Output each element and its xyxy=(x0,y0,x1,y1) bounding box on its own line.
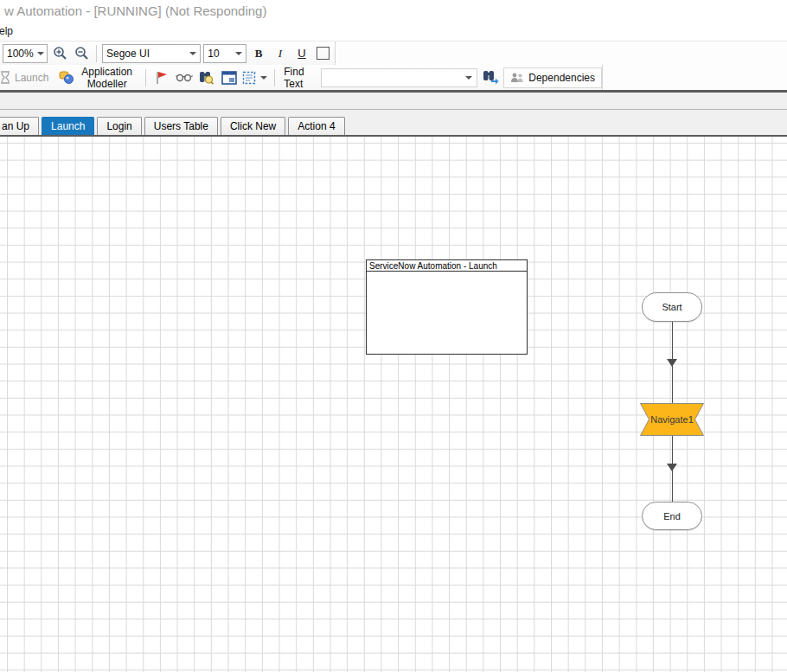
find-next-icon xyxy=(483,70,499,85)
menu-bar: elp xyxy=(0,21,787,41)
application-modeller-icon xyxy=(59,70,74,85)
zoom-in-icon xyxy=(53,46,67,61)
font-name-select[interactable]: Segoe UI xyxy=(102,44,201,63)
tab-label: Click New xyxy=(230,120,276,132)
node-start-label: Start xyxy=(662,302,681,312)
tools-toolbar: Launch Application Modeller xyxy=(0,65,787,90)
dependencies-label: Dependencies xyxy=(528,72,595,84)
dependencies-button[interactable]: Dependencies xyxy=(503,67,602,88)
tab-label: an Up xyxy=(2,120,29,132)
binoculars-search-icon xyxy=(199,70,214,85)
font-size-value: 10 xyxy=(208,48,219,60)
tab-login[interactable]: Login xyxy=(97,117,141,135)
toolbar-separator xyxy=(274,69,275,86)
glasses-icon xyxy=(176,72,193,83)
arrowhead-icon xyxy=(667,359,677,367)
underline-button[interactable]: U xyxy=(292,44,311,63)
tabstrip-band: an Up Launch Login Users Table Click New… xyxy=(0,110,787,137)
node-start[interactable]: Start xyxy=(642,292,702,322)
find-next-button[interactable] xyxy=(481,68,500,87)
zoom-level-value: 100% xyxy=(7,48,34,60)
zoom-in-button[interactable] xyxy=(50,44,69,63)
process-canvas[interactable]: ServiceNow Automation - Launch Start Nav… xyxy=(0,137,787,672)
arrowhead-icon xyxy=(667,464,677,471)
node-navigate1-label: Navigate1 xyxy=(640,403,704,436)
chevron-down-icon xyxy=(189,52,196,55)
element-search-button[interactable] xyxy=(197,68,216,87)
find-text-combobox[interactable] xyxy=(321,68,477,87)
tab-clean-up[interactable]: an Up xyxy=(0,117,39,135)
zoom-level-select[interactable]: 100% xyxy=(3,44,48,63)
italic-button[interactable]: I xyxy=(271,44,290,63)
chevron-down-icon xyxy=(260,76,267,80)
font-color-button[interactable] xyxy=(314,47,335,60)
format-toolbar-segment: 100% Segoe UI 10 B I U xyxy=(0,42,336,65)
flag-icon xyxy=(155,70,169,85)
font-size-select[interactable]: 10 xyxy=(203,44,246,63)
toolbar-separator xyxy=(145,69,146,86)
chevron-down-icon xyxy=(465,76,472,80)
tab-label: Login xyxy=(106,120,131,132)
tab-launch[interactable]: Launch xyxy=(42,117,94,135)
node-end-label: End xyxy=(663,511,681,522)
tab-click-new[interactable]: Click New xyxy=(221,117,285,135)
application-modeller-label: Application Modeller xyxy=(78,66,136,90)
tab-label: Users Table xyxy=(154,120,208,132)
tab-users-table[interactable]: Users Table xyxy=(144,117,218,135)
menu-help[interactable]: elp xyxy=(0,23,16,39)
bold-button[interactable]: B xyxy=(249,44,268,63)
format-toolbar: 100% Segoe UI 10 B I U xyxy=(0,41,787,65)
tab-action-4[interactable]: Action 4 xyxy=(288,117,344,135)
window-spy-button[interactable] xyxy=(220,68,239,87)
find-text-label: Find Text xyxy=(280,66,317,90)
chevron-down-icon xyxy=(37,52,44,55)
window-title: w Automation - [RUNNING] (Not Responding… xyxy=(4,3,266,18)
find-text-input[interactable] xyxy=(322,70,461,86)
region-mode-button[interactable] xyxy=(242,68,268,87)
zoom-out-button[interactable] xyxy=(72,44,91,63)
window-icon xyxy=(221,71,237,85)
upper-band xyxy=(0,93,787,110)
zoom-out-icon xyxy=(74,46,89,61)
chevron-down-icon xyxy=(235,52,242,55)
node-end[interactable]: End xyxy=(642,502,702,530)
breakpoint-button[interactable] xyxy=(152,68,171,87)
watch-button[interactable] xyxy=(175,68,194,87)
application-modeller-button[interactable]: Application Modeller xyxy=(55,67,139,88)
window-titlebar: w Automation - [RUNNING] (Not Responding… xyxy=(0,0,787,21)
launch-label: Launch xyxy=(15,72,48,84)
node-navigate1[interactable]: Navigate1 xyxy=(640,403,704,436)
process-info-title: ServiceNow Automation - Launch xyxy=(367,260,527,272)
people-icon xyxy=(510,72,524,84)
toolbar-separator xyxy=(96,45,97,62)
hourglass-icon xyxy=(0,71,11,84)
page-tabstrip: an Up Launch Login Users Table Click New… xyxy=(0,116,348,135)
tools-toolbar-segment: Launch Application Modeller xyxy=(0,65,603,90)
font-color-swatch xyxy=(317,47,330,60)
process-info-box[interactable]: ServiceNow Automation - Launch xyxy=(366,259,528,355)
tab-label: Launch xyxy=(51,120,85,132)
tab-label: Action 4 xyxy=(298,120,335,132)
font-name-value: Segoe UI xyxy=(106,48,150,60)
launch-button[interactable]: Launch xyxy=(0,67,52,88)
region-select-icon xyxy=(242,71,258,85)
